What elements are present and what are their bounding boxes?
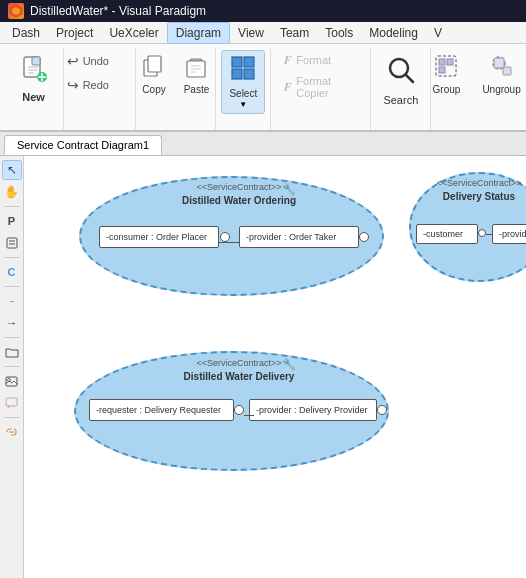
menu-tools[interactable]: Tools [317, 23, 361, 43]
paste-icon [185, 55, 207, 82]
redo-label: Redo [83, 79, 109, 91]
svg-rect-18 [244, 57, 254, 67]
tool-note[interactable] [2, 233, 22, 253]
select-all-button[interactable]: Select ▼ [221, 50, 265, 114]
diagram-canvas[interactable]: <<ServiceContract>> Distilled Water Orde… [24, 156, 526, 578]
canvas-area: ↖ ✋ P C ··· → <<ServiceContra [0, 156, 526, 578]
tool-link[interactable] [2, 422, 22, 442]
menu-diagram[interactable]: Diagram [167, 22, 230, 44]
delivery-role-connector [244, 415, 254, 416]
format-copier-label: Format Copier [296, 75, 357, 99]
ribbon-group-group: Group Ungroup [431, 48, 522, 130]
left-toolbar: ↖ ✋ P C ··· → [0, 156, 24, 578]
provider-status-label: -provider: St... [499, 229, 526, 239]
paste-label: Paste [184, 84, 210, 95]
menu-view[interactable]: View [230, 23, 272, 43]
menu-team[interactable]: Team [272, 23, 317, 43]
tool-p[interactable]: P [2, 211, 22, 231]
svg-rect-3 [32, 57, 40, 65]
provider-label: -provider : Order Taker [246, 232, 336, 242]
ribbon: New ↩ Undo ↪ Redo [0, 44, 526, 132]
format-label: Format [296, 54, 331, 66]
ungroup-label: Ungroup [482, 84, 520, 95]
format-copier-icon: 𝑭 [284, 80, 292, 94]
svg-rect-17 [232, 57, 242, 67]
ribbon-group-search: Search [371, 48, 431, 130]
new-button[interactable]: New [11, 50, 57, 108]
window-title: DistilledWater* - Visual Paradigm [30, 4, 206, 18]
group-button[interactable]: Group [424, 50, 470, 100]
tool-c[interactable]: C [2, 262, 22, 282]
tool-hand[interactable]: ✋ [2, 182, 22, 202]
ordering-icon: 🔧 [282, 183, 296, 196]
menu-modeling[interactable]: Modeling [361, 23, 426, 43]
select-dropdown-arrow: ▼ [239, 100, 247, 109]
toolbar-sep-5 [4, 366, 20, 367]
provider-delivery-role-box[interactable]: -provider : Delivery Provider [249, 399, 377, 421]
svg-rect-11 [148, 56, 161, 72]
provider-delivery-circle [377, 405, 387, 415]
group-icon [435, 55, 457, 82]
provider-circle [359, 232, 369, 242]
svg-rect-28 [494, 58, 504, 68]
svg-rect-24 [439, 59, 445, 65]
ribbon-group-new: New [4, 48, 64, 130]
undo-button[interactable]: ↩ Undo [60, 50, 140, 72]
customer-label: -customer [423, 229, 463, 239]
svg-rect-20 [244, 69, 254, 79]
redo-icon: ↪ [67, 77, 79, 93]
provider-status-role-box[interactable]: -provider: St... [492, 224, 526, 244]
menu-project[interactable]: Project [48, 23, 101, 43]
svg-rect-35 [6, 398, 17, 406]
menu-dash[interactable]: Dash [4, 23, 48, 43]
copy-button[interactable]: Copy [135, 50, 172, 100]
diagram-tab-bar: Service Contract Diagram1 [0, 132, 526, 156]
svg-rect-29 [503, 67, 511, 75]
consumer-role-box[interactable]: -consumer : Order Placer [99, 226, 219, 248]
menubar: Dash Project UeXceler Diagram View Team … [0, 22, 526, 44]
tool-image[interactable] [2, 371, 22, 391]
svg-rect-26 [439, 67, 445, 73]
search-label: Search [383, 94, 418, 106]
status-stereotype: <<ServiceContract>> [410, 178, 526, 190]
ungroup-icon [491, 55, 513, 82]
tool-folder[interactable] [2, 342, 22, 362]
redo-button[interactable]: ↪ Redo [60, 74, 140, 96]
ribbon-group-clipboard: Copy Paste [136, 48, 216, 130]
svg-rect-25 [447, 59, 453, 65]
status-title: <<ServiceContract>> Delivery Status [410, 178, 526, 203]
copy-icon [143, 55, 165, 82]
delivery-name: Distilled Water Delivery [164, 370, 314, 383]
menu-v[interactable]: V [426, 23, 450, 43]
diagram-tab[interactable]: Service Contract Diagram1 [4, 135, 162, 155]
tool-comment[interactable] [2, 393, 22, 413]
ungroup-button[interactable]: Ungroup [473, 50, 526, 100]
requester-role-box[interactable]: -requester : Delivery Requester [89, 399, 234, 421]
search-button[interactable]: Search [374, 50, 427, 111]
toolbar-sep-3 [4, 286, 20, 287]
customer-circle [478, 229, 486, 237]
app-logo [8, 3, 24, 19]
tool-dots[interactable]: ··· [2, 291, 22, 311]
menu-uexceler[interactable]: UeXceler [101, 23, 166, 43]
tool-select[interactable]: ↖ [2, 160, 22, 180]
customer-role-box[interactable]: -customer [416, 224, 478, 244]
svg-rect-33 [6, 377, 17, 386]
toolbar-sep-4 [4, 337, 20, 338]
tool-arrow[interactable]: → [2, 313, 22, 333]
status-name: Delivery Status [410, 190, 526, 203]
copy-label: Copy [142, 84, 165, 95]
undo-label: Undo [83, 55, 109, 67]
format-button[interactable]: 𝑭 Format [277, 50, 357, 70]
provider-role-box[interactable]: -provider : Order Taker [239, 226, 359, 248]
undo-redo-group: ↩ Undo ↪ Redo [60, 50, 140, 96]
search-icon [386, 55, 416, 92]
consumer-label: -consumer : Order Placer [106, 232, 207, 242]
requester-label: -requester : Delivery Requester [96, 405, 221, 415]
format-copier-button[interactable]: 𝑭 Format Copier [277, 72, 364, 102]
paste-button[interactable]: Paste [177, 50, 217, 100]
provider-delivery-label: -provider : Delivery Provider [256, 405, 368, 415]
select-icon [230, 55, 256, 87]
group-label: Group [433, 84, 461, 95]
toolbar-sep-2 [4, 257, 20, 258]
